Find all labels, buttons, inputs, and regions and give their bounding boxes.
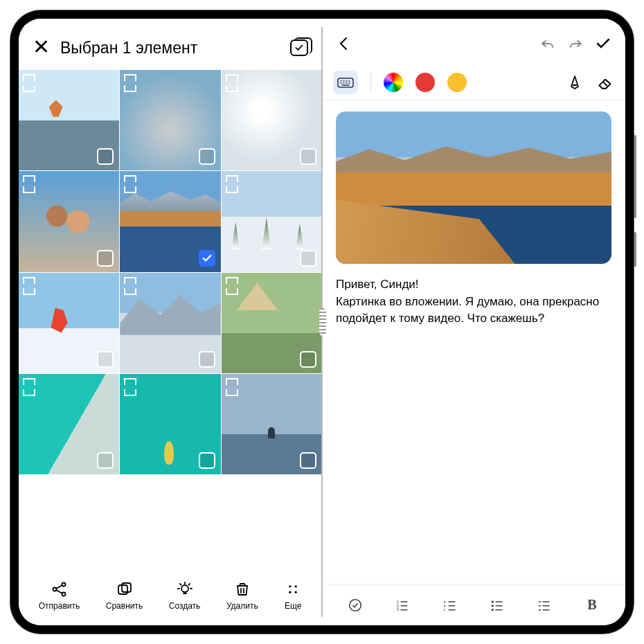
keyboard-tool[interactable]	[333, 71, 358, 94]
close-icon[interactable]: ✕	[33, 39, 49, 56]
back-button[interactable]	[336, 35, 352, 55]
selection-checkbox[interactable]	[300, 250, 316, 267]
create-button[interactable]: Создать	[169, 580, 201, 611]
confirm-button[interactable]	[595, 35, 611, 55]
gallery-thumbnail[interactable]	[120, 374, 220, 474]
svg-point-20	[492, 609, 494, 611]
dash-list-button[interactable]	[534, 597, 555, 614]
toolbar-divider	[370, 72, 371, 93]
gallery-thumbnail[interactable]	[19, 70, 119, 170]
note-content-area[interactable]: Привет, Синди! Картинка во вложении. Я д…	[322, 100, 625, 584]
selection-checkbox[interactable]	[199, 452, 215, 469]
lightbulb-icon	[176, 580, 194, 598]
color-picker-button[interactable]	[384, 73, 403, 92]
checklist-button[interactable]	[345, 597, 366, 614]
svg-point-6	[289, 585, 291, 587]
notes-pane: Привет, Синди! Картинка во вложении. Я д…	[322, 19, 625, 625]
numbered-list-button[interactable]: 123	[392, 597, 413, 614]
redo-button[interactable]	[567, 35, 584, 55]
selection-title: Выбран 1 элемент	[60, 39, 279, 57]
svg-point-8	[289, 591, 291, 593]
checkmark-icon	[294, 43, 304, 53]
gallery-thumbnail[interactable]	[120, 70, 220, 170]
gallery-thumbnail[interactable]	[19, 273, 119, 373]
selection-checkbox-checked[interactable]	[199, 250, 215, 267]
gallery-thumbnail[interactable]	[222, 374, 322, 474]
undo-button[interactable]	[539, 35, 556, 55]
selection-checkbox[interactable]	[97, 148, 114, 165]
lettered-list-button[interactable]: abc	[440, 597, 460, 614]
delete-button[interactable]: Удалить	[226, 580, 258, 611]
svg-rect-3	[118, 585, 127, 594]
svg-point-11	[350, 599, 361, 611]
editor-toolbar	[322, 64, 625, 100]
bold-button[interactable]: B	[582, 597, 602, 614]
gallery-header: ✕ Выбран 1 элемент	[19, 26, 322, 70]
svg-text:c: c	[444, 607, 446, 611]
selection-checkbox[interactable]	[97, 250, 114, 267]
color-red[interactable]	[415, 73, 435, 92]
svg-text:3: 3	[397, 607, 399, 611]
gallery-thumbnail[interactable]	[120, 171, 220, 271]
power-button	[634, 232, 636, 267]
selection-checkbox[interactable]	[199, 148, 215, 165]
more-icon	[284, 580, 302, 598]
gallery-pane: ✕ Выбран 1 элемент	[19, 19, 322, 625]
svg-point-5	[181, 585, 188, 592]
selection-checkbox[interactable]	[199, 351, 215, 368]
more-button[interactable]: Еще	[284, 580, 302, 611]
note-text[interactable]: Привет, Синди! Картинка во вложении. Я д…	[336, 276, 611, 328]
fold-hinge	[321, 27, 323, 617]
volume-button	[634, 135, 636, 218]
bullet-list-button[interactable]	[487, 597, 508, 614]
foldable-device-frame: ✕ Выбран 1 элемент	[10, 10, 634, 634]
gallery-action-bar: Отправить Сравнить Создать Удалить Еще	[19, 571, 322, 625]
selection-checkbox[interactable]	[300, 452, 316, 469]
selection-checkbox[interactable]	[300, 148, 316, 165]
attached-image[interactable]	[336, 111, 611, 264]
svg-point-18	[492, 600, 494, 602]
thumbnail-grid	[19, 70, 322, 474]
trash-icon	[233, 580, 251, 598]
send-button[interactable]: Отправить	[39, 580, 80, 611]
format-toolbar: 123 abc B	[322, 584, 625, 625]
svg-point-19	[492, 605, 494, 607]
color-yellow[interactable]	[447, 73, 467, 92]
pen-tool[interactable]	[566, 73, 584, 91]
compare-button[interactable]: Сравнить	[106, 580, 143, 611]
gallery-thumbnail[interactable]	[19, 171, 119, 271]
svg-rect-10	[338, 78, 353, 87]
selection-checkbox[interactable]	[97, 452, 114, 469]
gallery-thumbnail[interactable]	[19, 374, 119, 474]
gallery-thumbnail[interactable]	[222, 171, 322, 271]
gallery-thumbnail[interactable]	[222, 70, 322, 170]
selection-checkbox[interactable]	[97, 351, 114, 368]
notes-header	[322, 26, 625, 64]
selection-checkbox[interactable]	[300, 351, 316, 368]
svg-point-7	[295, 585, 297, 587]
eraser-tool[interactable]	[596, 73, 614, 91]
share-icon	[51, 580, 69, 598]
gallery-thumbnail[interactable]	[222, 273, 322, 373]
svg-rect-4	[122, 583, 131, 592]
compare-icon	[116, 580, 134, 598]
keyboard-icon	[337, 75, 354, 89]
gallery-thumbnail[interactable]	[120, 273, 220, 373]
svg-point-9	[295, 591, 297, 593]
select-all-button[interactable]	[290, 39, 308, 56]
